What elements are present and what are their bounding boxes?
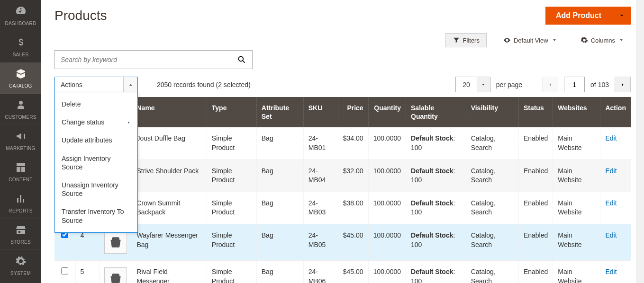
- col-price[interactable]: Price: [338, 97, 368, 127]
- admin-sidebar: DASHBOARDSALESCATALOGCUSTOMERSMARKETINGC…: [0, 0, 41, 283]
- actions-menu-item[interactable]: Change status: [55, 113, 137, 131]
- sidebar-item-system[interactable]: SYSTEM: [0, 250, 41, 281]
- col-attribute-set[interactable]: Attribute Set: [256, 97, 303, 127]
- per-page-toggle[interactable]: [477, 77, 490, 92]
- cell-websites: Main Website: [553, 127, 600, 159]
- actions-menu-item[interactable]: Assign Inventory Source: [55, 150, 137, 176]
- dashboard-icon: [15, 6, 27, 18]
- megaphone-icon: [15, 131, 27, 143]
- actions-menu-item[interactable]: Delete: [55, 95, 137, 113]
- col-status[interactable]: Status: [518, 97, 553, 127]
- edit-link[interactable]: Edit: [605, 231, 617, 239]
- actions-menu-item[interactable]: Unassign Inventory Source: [55, 176, 137, 203]
- edit-link[interactable]: Edit: [605, 268, 617, 275]
- table-row: Joust Duffle Bag Simple Product Bag 24-M…: [54, 127, 631, 159]
- menu-item-label: Transfer Inventory To Source: [62, 207, 131, 224]
- product-thumbnail: [104, 267, 127, 283]
- prev-page-button[interactable]: [542, 77, 558, 92]
- person-icon: [15, 99, 27, 112]
- actions-toggle[interactable]: [123, 77, 137, 92]
- edit-link[interactable]: Edit: [605, 167, 617, 175]
- cell-visibility: Catalog, Search: [466, 224, 518, 260]
- col-sku[interactable]: SKU: [303, 97, 338, 127]
- cell-status: Enabled: [518, 224, 553, 260]
- storefront-icon: [15, 224, 27, 237]
- sidebar-item-stores[interactable]: STORES: [0, 219, 41, 250]
- edit-link[interactable]: Edit: [605, 199, 617, 207]
- sidebar-item-catalog[interactable]: CATALOG: [0, 62, 41, 94]
- actions-menu: DeleteChange statusUpdate attributesAssi…: [54, 92, 138, 233]
- cell-price: $45.00: [338, 224, 368, 260]
- actions-menu-item[interactable]: Transfer Inventory To Source: [55, 203, 137, 229]
- cell-name: Rival Field Messenger: [132, 260, 207, 283]
- cell-salable-quantity: Default Stock: 100: [406, 127, 466, 159]
- columns-label: Columns: [591, 37, 615, 44]
- filters-label: Filters: [463, 37, 480, 44]
- col-type[interactable]: Type: [207, 97, 256, 127]
- cell-salable-quantity: Default Stock: 100: [406, 260, 466, 283]
- cell-quantity: 100.0000: [368, 192, 406, 224]
- sidebar-item-sales[interactable]: SALES: [0, 31, 41, 62]
- records-found: 2050 records found (2 selected): [157, 81, 251, 88]
- eye-icon: [503, 36, 511, 44]
- table-row: 4 Wayfarer Messenger Bag Simple Product …: [54, 224, 631, 260]
- filters-button[interactable]: Filters: [445, 33, 487, 47]
- col-visibility[interactable]: Visibility: [466, 97, 518, 127]
- menu-item-label: Delete: [62, 100, 81, 108]
- chevron-down-icon: [619, 38, 624, 43]
- cell-sku: 24-MB06: [303, 260, 338, 283]
- layout-icon: [15, 162, 27, 175]
- cell-visibility: Catalog, Search: [466, 127, 518, 159]
- col-websites[interactable]: Websites: [553, 97, 600, 127]
- cell-quantity: 100.0000: [368, 159, 406, 192]
- cell-sku: 24-MB04: [303, 159, 338, 192]
- sidebar-item-content[interactable]: CONTENT: [0, 156, 41, 187]
- page-input[interactable]: [564, 77, 585, 92]
- cell-status: Enabled: [518, 260, 553, 283]
- sidebar-item-label: CATALOG: [9, 83, 32, 88]
- search-button[interactable]: [231, 51, 252, 69]
- sidebar-item-marketing[interactable]: MARKETING: [0, 125, 41, 156]
- col-salable-quantity[interactable]: Salable Quantity: [406, 97, 466, 127]
- row-checkbox[interactable]: [61, 267, 68, 274]
- chevron-right-icon: [127, 118, 131, 126]
- sidebar-item-label: REPORTS: [9, 208, 32, 213]
- col-quantity[interactable]: Quantity: [368, 97, 406, 127]
- cell-name: Crown Summit Backpack: [132, 192, 207, 224]
- actions-menu-item[interactable]: Update attributes: [55, 131, 137, 149]
- cell-type: Simple Product: [207, 192, 256, 224]
- sidebar-item-label: SALES: [13, 52, 29, 57]
- cell-type: Simple Product: [207, 260, 256, 283]
- cell-name: Joust Duffle Bag: [132, 127, 207, 159]
- col-name[interactable]: Name: [132, 97, 207, 127]
- menu-item-label: Unassign Inventory Source: [62, 181, 131, 198]
- actions-dropdown[interactable]: Actions: [54, 77, 138, 92]
- cell-type: Simple Product: [207, 127, 256, 159]
- search-input[interactable]: [55, 51, 231, 69]
- columns-button[interactable]: Columns: [573, 33, 631, 47]
- add-product-button-group: Add Product: [545, 7, 631, 25]
- actions-label: Actions: [55, 81, 123, 88]
- menu-item-label: Assign Inventory Source: [62, 154, 131, 171]
- sidebar-item-label: CONTENT: [9, 177, 32, 182]
- sidebar-item-customers[interactable]: CUSTOMERS: [0, 94, 41, 125]
- cell-sku: 24-MB01: [303, 127, 338, 159]
- cell-price: $32.00: [338, 159, 368, 192]
- add-product-button[interactable]: Add Product: [545, 7, 612, 25]
- next-page-button[interactable]: [615, 77, 631, 92]
- funnel-icon: [453, 36, 460, 44]
- vertical-scrollbar[interactable]: [636, 0, 644, 283]
- sidebar-item-reports[interactable]: REPORTS: [0, 187, 41, 219]
- default-view-button[interactable]: Default View: [496, 33, 564, 47]
- sidebar-item-dashboard[interactable]: DASHBOARD: [0, 0, 41, 31]
- page-title: Products: [54, 8, 107, 23]
- chevron-up-icon: [128, 82, 133, 87]
- edit-link[interactable]: Edit: [605, 134, 617, 142]
- sidebar-item-extra[interactable]: [0, 281, 41, 283]
- per-page-label: per page: [496, 81, 536, 88]
- sidebar-item-label: CUSTOMERS: [5, 115, 36, 120]
- per-page-select[interactable]: 20: [455, 77, 490, 92]
- chevron-left-icon: [547, 82, 553, 88]
- add-product-toggle[interactable]: [612, 7, 631, 25]
- default-view-label: Default View: [514, 37, 548, 44]
